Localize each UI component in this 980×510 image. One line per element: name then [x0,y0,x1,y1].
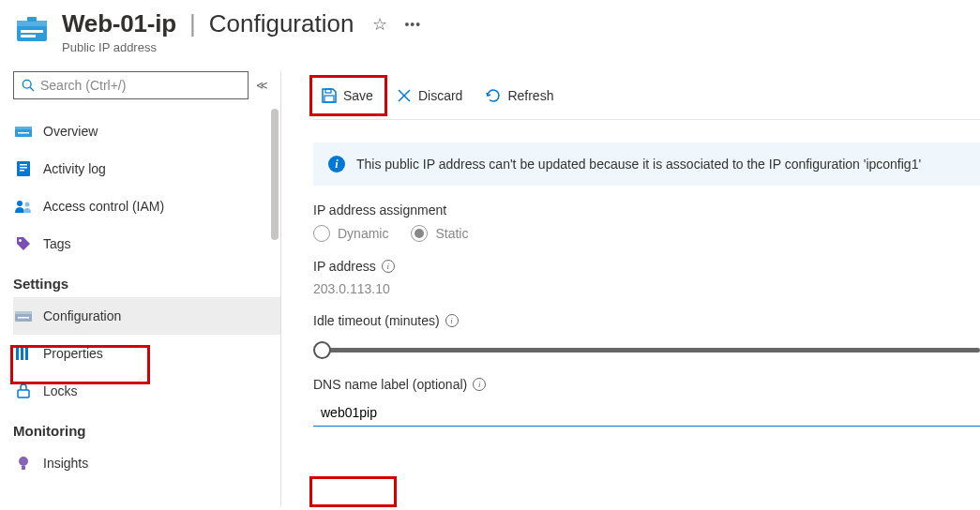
slider-handle[interactable] [313,341,331,359]
svg-point-15 [25,202,30,207]
lock-icon [15,382,32,399]
properties-icon [15,345,32,362]
svg-rect-10 [17,161,30,176]
header: Web-01-ip | Configuration ☆ ••• Public I… [0,0,980,71]
svg-line-6 [30,87,34,91]
ip-address-group: IP address i 203.0.113.10 [313,259,980,296]
svg-rect-22 [25,347,28,360]
ip-address-label: IP address [313,259,376,274]
save-button[interactable]: Save [313,80,381,112]
insights-icon [15,455,32,472]
sidebar-item-label: Properties [43,346,103,361]
info-tooltip-icon[interactable]: i [473,378,486,391]
info-icon: i [328,156,345,172]
discard-icon [396,87,413,104]
svg-rect-18 [15,311,32,314]
iam-icon [15,198,32,215]
svg-rect-20 [16,347,19,360]
dns-name-group: DNS name label (optional) i [313,377,980,427]
overview-icon [15,123,32,140]
public-ip-icon [15,15,49,43]
sidebar-item-label: Access control (IAM) [43,199,164,214]
svg-rect-9 [18,132,29,134]
title-separator: | [189,9,196,38]
radio-static-label: Static [435,226,468,241]
sidebar-item-label: Insights [43,456,88,471]
resource-type: Public IP address [62,40,421,54]
sidebar-item-properties[interactable]: Properties [13,335,281,372]
sidebar-item-locks[interactable]: Locks [13,372,281,410]
refresh-icon [485,87,502,104]
svg-rect-4 [21,35,36,38]
svg-rect-2 [27,17,37,22]
command-bar: Save Discard Refresh [313,71,980,120]
info-banner: i This public IP address can't be update… [313,142,980,186]
search-icon [22,79,35,92]
info-tooltip-icon[interactable]: i [445,314,459,327]
idle-timeout-slider[interactable] [313,341,980,360]
dns-name-input[interactable] [313,399,980,427]
sidebar-item-iam[interactable]: Access control (IAM) [13,188,281,225]
activity-log-icon [15,160,32,177]
main-panel: Save Discard Refresh i This public IP ad… [281,71,980,506]
svg-point-14 [17,201,23,206]
save-icon [321,87,338,104]
svg-rect-11 [20,164,27,166]
svg-rect-8 [15,127,32,129]
sidebar-item-tags[interactable]: Tags [13,225,281,262]
idle-timeout-label: Idle timeout (minutes) [313,313,440,328]
sidebar-search[interactable] [13,71,249,99]
idle-timeout-group: Idle timeout (minutes) i [313,313,980,360]
ip-assignment-label: IP address assignment [313,202,980,218]
favorite-star-icon[interactable]: ☆ [372,14,387,35]
sidebar-item-overview[interactable]: Overview [13,112,281,150]
svg-point-16 [19,239,22,242]
save-label: Save [343,88,373,103]
refresh-button[interactable]: Refresh [477,80,561,112]
svg-rect-3 [21,30,43,33]
radio-dynamic-label: Dynamic [338,226,388,241]
discard-button[interactable]: Discard [388,80,470,112]
sidebar-item-label: Activity log [43,161,106,176]
svg-rect-12 [20,167,27,169]
svg-point-24 [19,457,28,466]
tutorial-highlight [309,476,397,507]
sidebar-item-label: Locks [43,383,78,398]
sidebar-section-settings: Settings [13,276,281,292]
sidebar: ≪ Overview Activity log Access control (… [0,71,281,506]
dns-name-label: DNS name label (optional) [313,377,467,392]
sidebar-section-monitoring: Monitoring [13,423,281,439]
ip-address-value: 203.0.113.10 [313,281,980,296]
sidebar-item-label: Tags [43,236,71,251]
page-title: Configuration [209,9,354,38]
refresh-label: Refresh [507,88,553,103]
sidebar-item-label: Configuration [43,308,121,323]
ip-assignment-group: IP address assignment Dynamic Static [313,202,980,242]
svg-rect-27 [324,96,334,102]
discard-label: Discard [418,88,462,103]
sidebar-scrollbar[interactable] [271,109,279,240]
svg-rect-21 [21,347,23,360]
collapse-sidebar-icon[interactable]: ≪ [256,79,268,92]
configuration-icon [15,308,32,324]
sidebar-item-label: Overview [43,124,98,139]
svg-rect-13 [20,170,24,172]
sidebar-item-activity[interactable]: Activity log [13,150,281,188]
sidebar-item-configuration[interactable]: Configuration [13,297,281,335]
banner-text: This public IP address can't be updated … [356,157,921,172]
tags-icon [15,235,32,252]
more-actions-icon[interactable]: ••• [404,17,421,32]
resource-name: Web-01-ip [62,9,176,38]
radio-dynamic[interactable]: Dynamic [313,225,388,242]
svg-point-5 [23,80,31,88]
svg-rect-26 [325,89,331,93]
info-tooltip-icon[interactable]: i [382,260,395,273]
svg-rect-19 [18,317,29,319]
search-input[interactable] [40,78,240,93]
radio-static[interactable]: Static [411,225,468,242]
sidebar-item-insights[interactable]: Insights [13,444,281,482]
svg-rect-25 [22,466,25,470]
svg-rect-23 [18,390,29,398]
